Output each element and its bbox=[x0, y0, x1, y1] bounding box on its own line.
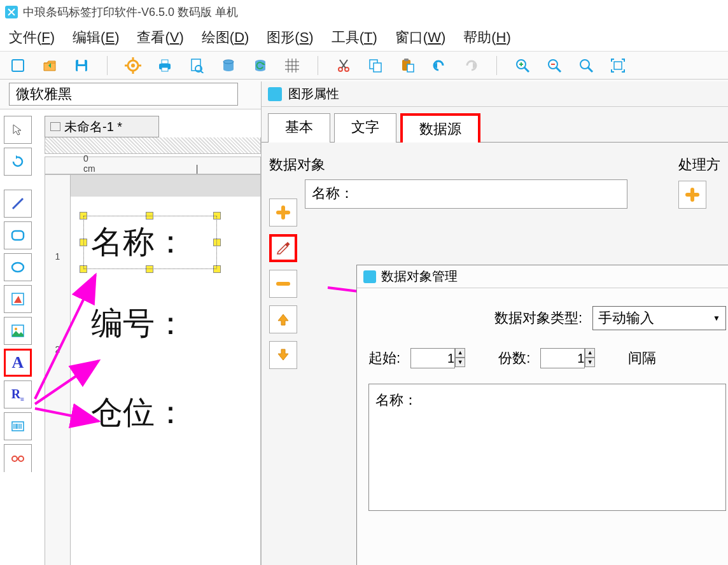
roundrect-tool[interactable] bbox=[4, 221, 32, 249]
toolbar-main bbox=[0, 51, 728, 79]
rotate-tool[interactable] bbox=[4, 148, 32, 176]
add-data-button[interactable] bbox=[269, 199, 297, 227]
copies-spinner[interactable]: ▲▼ bbox=[585, 348, 595, 368]
save-button[interactable] bbox=[73, 57, 90, 74]
label-start: 起始: bbox=[368, 349, 400, 368]
svg-rect-12 bbox=[162, 67, 168, 71]
svg-rect-3 bbox=[78, 66, 85, 71]
remove-data-button[interactable] bbox=[269, 270, 297, 298]
menu-shape[interactable]: 图形(S) bbox=[267, 28, 313, 47]
database-button[interactable] bbox=[220, 57, 237, 74]
group-label-proc: 处理方 bbox=[678, 155, 720, 174]
svg-rect-0 bbox=[12, 60, 24, 71]
group-label-data: 数据对象 bbox=[269, 155, 627, 174]
start-spinner[interactable]: ▲▼ bbox=[455, 348, 465, 368]
svg-line-39 bbox=[556, 67, 561, 72]
menu-file[interactable]: 文件(F) bbox=[9, 28, 55, 47]
label-copies: 份数: bbox=[498, 349, 530, 368]
add-proc-button[interactable] bbox=[678, 181, 706, 209]
grid-button[interactable] bbox=[283, 57, 301, 74]
data-object-manager-dialog: 数据对象管理 数据对象类型: 手动输入 ▼ 起始: ▲▼ 份数: ▲▼ 间隔 名… bbox=[356, 265, 728, 565]
copy-button[interactable] bbox=[367, 57, 384, 74]
zoom-in-button[interactable] bbox=[514, 57, 531, 74]
text-tool[interactable]: A bbox=[4, 349, 32, 377]
svg-line-44 bbox=[13, 199, 23, 209]
svg-rect-32 bbox=[404, 59, 409, 61]
svg-point-41 bbox=[580, 60, 589, 69]
redo-button[interactable] bbox=[462, 57, 480, 74]
tool-palette: A R≡ bbox=[4, 116, 36, 472]
data-type-select[interactable]: 手动输入 ▼ bbox=[592, 306, 726, 330]
canvas-text-2[interactable]: 编号： bbox=[91, 302, 186, 345]
menu-tool[interactable]: 工具(T) bbox=[332, 28, 377, 47]
app-icon bbox=[5, 6, 18, 18]
svg-line-42 bbox=[588, 67, 592, 72]
database-refresh-button[interactable] bbox=[251, 57, 269, 74]
tab-text[interactable]: 文字 bbox=[334, 113, 396, 143]
richtext-tool[interactable]: R≡ bbox=[4, 380, 32, 408]
new-doc-button[interactable] bbox=[9, 57, 27, 74]
fit-screen-button[interactable] bbox=[609, 57, 627, 74]
print-button[interactable] bbox=[156, 57, 174, 74]
font-name-select[interactable]: 微软雅黑 bbox=[9, 83, 238, 106]
menu-view[interactable]: 查看(V) bbox=[137, 28, 183, 47]
svg-rect-2 bbox=[78, 60, 85, 64]
svg-point-49 bbox=[15, 328, 17, 330]
document-tab[interactable]: 未命名-1 * bbox=[45, 116, 159, 137]
doc-icon bbox=[50, 122, 60, 131]
edit-data-button[interactable] bbox=[269, 234, 297, 262]
ruler-horizontal: 0 cm|1 bbox=[45, 157, 261, 174]
label-interval: 间隔 bbox=[628, 349, 656, 368]
vector-tool[interactable] bbox=[4, 285, 32, 313]
undo-button[interactable] bbox=[430, 57, 448, 74]
dialog-title: 数据对象管理 bbox=[381, 268, 458, 285]
content-textarea[interactable]: 名称： bbox=[368, 384, 726, 511]
label-data-type: 数据对象类型: bbox=[494, 309, 582, 328]
dialog-icon bbox=[363, 270, 376, 283]
svg-line-15 bbox=[201, 71, 204, 73]
svg-line-35 bbox=[524, 67, 529, 72]
settings-button[interactable] bbox=[124, 57, 142, 74]
window-titlebar: 中琅条码标签打印软件-V6.5.0 数码版 单机 bbox=[0, 0, 728, 24]
window-title: 中琅条码标签打印软件-V6.5.0 数码版 单机 bbox=[23, 4, 238, 20]
menu-help[interactable]: 帮助(H) bbox=[463, 28, 511, 47]
canvas-text-1[interactable]: 名称： bbox=[83, 216, 217, 269]
ellipse-tool[interactable] bbox=[4, 253, 32, 281]
design-canvas[interactable]: 名称： 编号： 仓位： bbox=[71, 175, 260, 565]
svg-point-5 bbox=[131, 64, 135, 67]
svg-rect-45 bbox=[12, 231, 24, 240]
svg-point-56 bbox=[12, 456, 17, 461]
canvas-text-3[interactable]: 仓位： bbox=[91, 391, 186, 434]
document-area: 未命名-1 * 0 cm|1 1 2 bbox=[45, 116, 261, 561]
menu-window[interactable]: 窗口(W) bbox=[395, 28, 445, 47]
move-down-button[interactable] bbox=[269, 341, 297, 369]
menubar: 文件(F) 编辑(E) 查看(V) 绘图(D) 图形(S) 工具(T) 窗口(W… bbox=[0, 24, 728, 51]
zoom-fit-button[interactable] bbox=[577, 57, 595, 74]
start-input[interactable] bbox=[410, 348, 455, 368]
panel-icon bbox=[268, 87, 282, 101]
data-object-list[interactable]: 名称： bbox=[305, 179, 627, 209]
copies-input[interactable] bbox=[540, 348, 585, 368]
svg-point-46 bbox=[12, 263, 24, 272]
paste-button[interactable] bbox=[398, 57, 416, 74]
panel-title: 图形属性 bbox=[288, 85, 339, 102]
cut-button[interactable] bbox=[335, 57, 353, 74]
tab-basic[interactable]: 基本 bbox=[268, 113, 330, 143]
barcode-tool[interactable] bbox=[4, 412, 32, 440]
svg-rect-11 bbox=[162, 60, 168, 64]
svg-point-57 bbox=[18, 456, 24, 461]
svg-rect-33 bbox=[407, 64, 414, 72]
menu-draw[interactable]: 绘图(D) bbox=[202, 28, 249, 47]
select-tool[interactable] bbox=[4, 116, 32, 144]
tab-datasource[interactable]: 数据源 bbox=[400, 113, 480, 143]
move-up-button[interactable] bbox=[269, 305, 297, 333]
menu-edit[interactable]: 编辑(E) bbox=[73, 28, 119, 47]
qrcode-tool[interactable] bbox=[4, 444, 32, 472]
preview-button[interactable] bbox=[188, 57, 206, 74]
line-tool[interactable] bbox=[4, 190, 32, 218]
open-button[interactable] bbox=[41, 57, 59, 74]
svg-rect-30 bbox=[374, 63, 381, 72]
zoom-out-button[interactable] bbox=[545, 57, 563, 74]
doc-tab-label: 未命名-1 * bbox=[64, 118, 122, 136]
image-tool[interactable] bbox=[4, 317, 32, 345]
